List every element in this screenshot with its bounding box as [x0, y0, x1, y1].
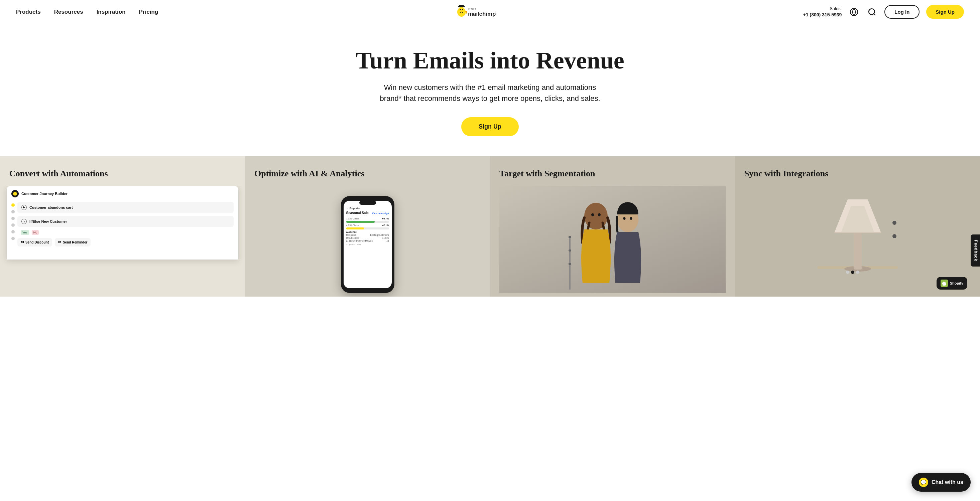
- phone-notch: [359, 201, 376, 205]
- sales-phone[interactable]: +1 (800) 315-5939: [803, 12, 842, 18]
- svg-point-25: [892, 221, 896, 225]
- sidebar-dot-4: [11, 224, 15, 227]
- val-unsub: 43: [387, 240, 389, 242]
- hero-section: Turn Emails into Revenue Win new custome…: [0, 24, 980, 156]
- nav-products[interactable]: Products: [16, 9, 41, 15]
- ifelse-label: If/Else New Customer: [29, 219, 67, 224]
- send-reminder-button: ✉ Send Reminder: [55, 238, 91, 246]
- hero-subtitle: Win new customers with the #1 email mark…: [376, 82, 604, 104]
- svg-point-11: [13, 192, 17, 196]
- svg-point-29: [856, 271, 859, 274]
- abandon-cart-label: Customer abandons cart: [29, 205, 73, 209]
- login-button[interactable]: Log In: [885, 5, 920, 19]
- lamp-illustration: [814, 189, 901, 290]
- svg-rect-21: [568, 263, 571, 265]
- badge-no: No: [32, 230, 39, 235]
- phone-screen: ← Reports Seasonal Sale View campaign 7,…: [344, 201, 392, 288]
- globe-icon: [850, 8, 858, 16]
- sidebar-dot-6: [11, 237, 15, 240]
- audience-label: Audience: [346, 231, 389, 233]
- phone-outer: ← Reports Seasonal Sale View campaign 7,…: [341, 196, 395, 293]
- svg-point-26: [892, 234, 896, 238]
- sidebar-dot-3: [11, 217, 15, 220]
- col-recipients: Recipients: [346, 234, 356, 236]
- svg-rect-24: [854, 230, 862, 270]
- hero-title: Turn Emails into Revenue: [13, 48, 967, 74]
- send-discount-label: Send Discount: [25, 241, 49, 244]
- mailchimp-logo[interactable]: INTUIT mailchimp: [455, 5, 506, 19]
- journey-branch: Yes No: [21, 230, 234, 235]
- clicks-bar-wrap: [346, 227, 389, 230]
- svg-point-13: [591, 213, 594, 216]
- shopify-icon: [940, 279, 948, 287]
- hero-signup-button[interactable]: Sign Up: [461, 117, 519, 136]
- globe-icon-button[interactable]: [848, 6, 860, 18]
- svg-text:mailchimp: mailchimp: [468, 11, 496, 17]
- table-header-row: Recipients Existing Customers: [346, 234, 389, 236]
- feature-segmentation: Target with Segmentation: [490, 156, 735, 296]
- journey-step-abandon-cart: ▶ Customer abandons cart: [18, 202, 234, 213]
- view-campaign-link[interactable]: View campaign: [372, 212, 389, 214]
- integrations-visual: Shopify: [745, 186, 970, 293]
- table-unsub-row: Unsubscribes 11,021: [346, 237, 389, 239]
- clicks-pct: 42.1%: [382, 224, 389, 227]
- sales-info: Sales: +1 (800) 315-5939: [803, 6, 842, 18]
- svg-point-4: [461, 10, 462, 11]
- search-icon-button[interactable]: [866, 6, 878, 18]
- segmentation-visual: [500, 186, 725, 293]
- email-icon-1: ✉: [21, 240, 24, 244]
- svg-text:INTUIT: INTUIT: [468, 8, 476, 10]
- journey-step-ifelse: ⑂ If/Else New Customer: [18, 216, 234, 227]
- opens-stat-row: 7,326 Opens 66.7%: [346, 217, 389, 220]
- features-section: Convert with Automations Customer Journe…: [0, 156, 980, 296]
- segmentation-title: Target with Segmentation: [500, 168, 725, 179]
- badge-yes: Yes: [21, 230, 29, 235]
- feature-ai-analytics: Optimize with AI & Analytics ← Reports S…: [245, 156, 490, 296]
- feedback-tab[interactable]: Feedback: [971, 235, 980, 266]
- svg-point-1: [458, 7, 465, 13]
- step-branch-icon: ⑂: [21, 219, 27, 224]
- svg-point-10: [869, 9, 875, 14]
- feature-automations: Convert with Automations Customer Journe…: [0, 156, 245, 296]
- send-reminder-label: Send Reminder: [63, 241, 87, 244]
- sidebar-dot-1: [11, 203, 15, 207]
- phone-campaign-title: Seasonal Sale: [346, 211, 369, 215]
- nav-resources[interactable]: Resources: [54, 9, 83, 15]
- clicks-bar: [346, 227, 364, 230]
- col-existing: Existing Customers: [370, 234, 389, 236]
- automations-title: Convert with Automations: [10, 168, 235, 179]
- svg-point-2: [460, 9, 461, 10]
- sidebar-dot-5: [11, 230, 15, 233]
- journey-sends: ✉ Send Discount ✉ Send Reminder: [18, 238, 234, 246]
- people-illustration: [566, 189, 659, 290]
- svg-point-27: [846, 271, 849, 274]
- feature-integrations: Sync with Integrations: [735, 156, 980, 296]
- navbar: Products Resources Inspiration Pricing I…: [0, 0, 980, 24]
- nav-inspiration[interactable]: Inspiration: [97, 9, 126, 15]
- svg-rect-6: [459, 5, 464, 6]
- svg-point-17: [630, 217, 632, 220]
- sidebar-dot-2: [11, 210, 15, 213]
- nav-left: Products Resources Inspiration Pricing: [16, 9, 158, 15]
- signup-nav-button[interactable]: Sign Up: [926, 5, 964, 19]
- automations-visual: Customer Journey Builder: [0, 186, 245, 297]
- svg-rect-20: [568, 249, 571, 252]
- nav-pricing[interactable]: Pricing: [139, 9, 158, 15]
- opens-pct: 66.7%: [382, 217, 389, 220]
- shopify-label: Shopify: [950, 281, 963, 285]
- col-24hr: 24 HOUR PERFORMANCE: [346, 240, 373, 242]
- journey-builder-label: Customer Journey Builder: [21, 192, 67, 196]
- send-discount-button: ✉ Send Discount: [18, 238, 52, 246]
- opens-bar-wrap: [346, 221, 389, 223]
- val-existing: 11,021: [382, 237, 389, 239]
- people-photo-placeholder: [500, 186, 725, 293]
- clicks-stat-row: 4,631 Clicks 42.1%: [346, 224, 389, 227]
- svg-rect-19: [568, 236, 571, 238]
- sales-label: Sales:: [803, 6, 842, 12]
- clicks-label: 4,631 Clicks: [346, 224, 359, 227]
- journey-mock-header: Customer Journey Builder: [11, 190, 234, 197]
- shopify-integration-badge[interactable]: Shopify: [937, 277, 967, 290]
- integrations-title: Sync with Integrations: [745, 168, 970, 179]
- phone-back-label: ← Reports: [346, 207, 389, 210]
- table-24hr-row: 24 HOUR PERFORMANCE 43: [346, 240, 389, 242]
